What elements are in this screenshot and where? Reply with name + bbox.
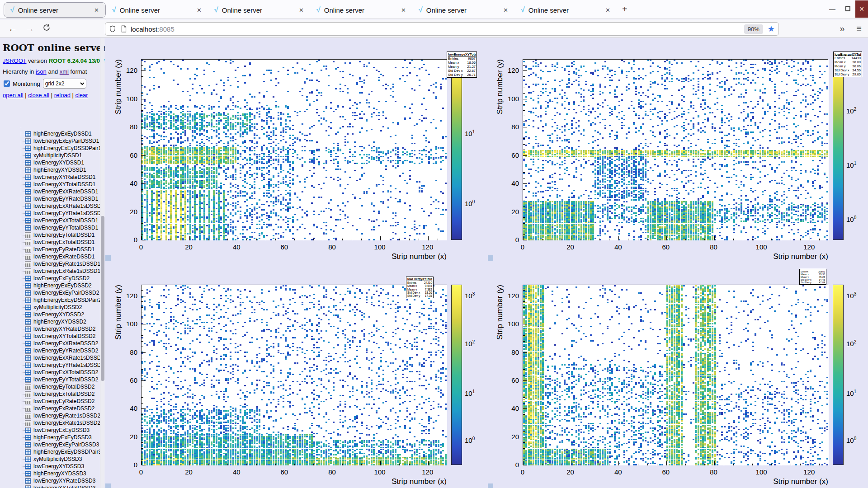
tree-item-lowEnergyEyRate1sDSSD2[interactable]: lowEnergyEyRate1sDSSD2 (21, 412, 100, 419)
browser-tab-5[interactable]: √Online server✕ (412, 2, 514, 18)
tab-close-icon[interactable]: ✕ (501, 6, 510, 14)
toolbar-overflow-icon[interactable]: » (840, 23, 844, 34)
tree-item-xyMultiplicityDSSD3[interactable]: xyMultiplicityDSSD3 (21, 455, 82, 463)
tree-item-lowEnergyEyRateDSSD1[interactable]: lowEnergyEyRateDSSD1 (21, 246, 94, 253)
tree-item-lowEnergyXYRateDSSD2[interactable]: lowEnergyXYRateDSSD2 (21, 325, 95, 333)
tree-item-lowEnergyEyYTotalDSSD2[interactable]: lowEnergyEyYTotalDSSD2 (21, 376, 98, 383)
tree-item-lowEnergyExRate1sDSSD1[interactable]: lowEnergyExRate1sDSSD1 (21, 267, 100, 275)
tree-item-lowEnergyXYDSSD1[interactable]: lowEnergyXYDSSD1 (21, 159, 84, 166)
window-minimize-button[interactable]: — (825, 5, 840, 13)
window-maximize-button[interactable] (840, 5, 855, 13)
tree-item-lowEnergyEyYRateDSSD2[interactable]: lowEnergyEyYRateDSSD2 (21, 347, 98, 354)
tree-item-lowEnergyExEyPairDSSD3[interactable]: lowEnergyExEyPairDSSD3 (21, 441, 99, 448)
sidebar-scrollbar[interactable] (100, 38, 104, 488)
tree-item-lowEnergyXYDSSD2[interactable]: lowEnergyXYDSSD2 (21, 311, 84, 318)
action-reload[interactable]: reload (54, 92, 71, 99)
tree-item-highEnergyExEyDSSD3[interactable]: highEnergyExEyDSSD3 (21, 434, 92, 441)
tree-item-lowEnergyExRate1sDSSD2[interactable]: lowEnergyExRate1sDSSD2 (21, 419, 100, 427)
window-close-button[interactable]: ✕ (855, 0, 868, 18)
palette-bar-4[interactable] (833, 285, 844, 465)
forward-button[interactable]: → (25, 23, 34, 34)
menu-hamburger-icon[interactable]: ≡ (856, 23, 862, 34)
stat-box-lowEnergyXYTotalDSSD3[interactable]: lowEnergyXYTotalDSSD3Entries24210Mean x9… (406, 277, 434, 298)
tree-item-highEnergyXYDSSD1[interactable]: highEnergyXYDSSD1 (21, 166, 86, 174)
tree-item-lowEnergyEyYTotalDSSD1[interactable]: lowEnergyEyYTotalDSSD1 (21, 224, 98, 231)
monitoring-checkbox[interactable] (4, 80, 10, 87)
tree-item-highEnergyExEyDSSDPair3[interactable]: highEnergyExEyDSSDPair3 (21, 448, 101, 455)
plot-frame-4[interactable] (523, 285, 828, 465)
plot-frame-2[interactable] (523, 59, 828, 240)
tree-item-lowEnergyXYTotalDSSD3[interactable]: lowEnergyXYTotalDSSD3 (21, 484, 95, 488)
page-info-icon[interactable] (121, 25, 127, 33)
tree-item-lowEnergyExXRateDSSD2[interactable]: lowEnergyExXRateDSSD2 (21, 340, 98, 347)
tab-close-icon[interactable]: ✕ (297, 6, 306, 14)
tree-item-lowEnergyExEyDSSD2[interactable]: lowEnergyExEyDSSD2 (21, 275, 90, 282)
tree-item-highEnergyXYDSSD2[interactable]: highEnergyXYDSSD2 (21, 318, 86, 325)
palette-bar-2[interactable] (833, 59, 844, 240)
tree-item-lowEnergyXYDSSD3[interactable]: lowEnergyXYDSSD3 (21, 463, 84, 470)
url-text[interactable]: localhost:8085 (131, 25, 744, 33)
shield-permissions-icon[interactable] (109, 25, 116, 33)
tree-item-lowEnergyXYRateDSSD3[interactable]: lowEnergyXYRateDSSD3 (21, 477, 95, 484)
heatmap-canvas-lowEnergyXYTotalDSSD2[interactable] (523, 60, 829, 240)
tree-item-lowEnergyEyYRate1sDSSD1[interactable]: lowEnergyEyYRate1sDSSD1 (21, 210, 104, 217)
tree-item-lowEnergyEyYRate1sDSSD2[interactable]: lowEnergyEyYRate1sDSSD2 (21, 361, 104, 369)
back-button[interactable]: ← (8, 23, 17, 34)
palette-bar-1[interactable] (451, 59, 462, 240)
tree-item-lowEnergyExTotalDSSD1[interactable]: lowEnergyExTotalDSSD1 (21, 239, 94, 246)
tree-item-lowEnergyExXTotalDSSD1[interactable]: lowEnergyExXTotalDSSD1 (21, 217, 98, 224)
plot-frame-3[interactable] (141, 285, 447, 465)
tree-item-lowEnergyEyTotalDSSD1[interactable]: lowEnergyEyTotalDSSD1 (21, 231, 94, 239)
tree-item-lowEnergyXYTotalDSSD1[interactable]: lowEnergyXYTotalDSSD1 (21, 181, 95, 188)
browser-tab-2[interactable]: √Online server✕ (106, 2, 208, 18)
plot-frame-1[interactable] (141, 59, 447, 240)
tree-item-lowEnergyExRateDSSD1[interactable]: lowEnergyExRateDSSD1 (21, 253, 94, 260)
pad-resize-handle-2[interactable] (488, 255, 493, 261)
reload-button[interactable] (42, 23, 51, 34)
tree-item-lowEnergyEyTotalDSSD2[interactable]: lowEnergyEyTotalDSSD2 (21, 383, 94, 390)
xml-link[interactable]: xml (60, 68, 69, 75)
tab-close-icon[interactable]: ✕ (195, 6, 203, 14)
tab-close-icon[interactable]: ✕ (92, 6, 101, 14)
action-close-all[interactable]: close all (28, 92, 49, 99)
tree-item-lowEnergyExEyPairDSSD1[interactable]: lowEnergyExEyPairDSSD1 (21, 137, 99, 145)
palette-bar-3[interactable] (451, 285, 462, 465)
tree-item-xyMultiplicityDSSD1[interactable]: xyMultiplicityDSSD1 (21, 152, 82, 159)
tree-item-lowEnergyXYRateDSSD1[interactable]: lowEnergyXYRateDSSD1 (21, 174, 95, 181)
new-tab-button[interactable]: + (617, 4, 633, 14)
zoom-level-badge[interactable]: 90% (744, 24, 763, 34)
tree-item-highEnergyExEyDSSD1[interactable]: highEnergyExEyDSSD1 (21, 130, 92, 137)
tree-item-lowEnergyEyRateDSSD2[interactable]: lowEnergyEyRateDSSD2 (21, 398, 94, 405)
browser-tab-4[interactable]: √Online server✕ (310, 2, 412, 18)
heatmap-canvas-lowEnergyXYTotalDSSD3[interactable] (142, 285, 447, 465)
tree-item-highEnergyExEyDSSDPair2[interactable]: highEnergyExEyDSSDPair2 (21, 296, 101, 304)
stat-box-lowEnergyXYTotalDSSD1[interactable]: lowEnergyXYTotalDSSD1Entries9867Mean x18… (447, 52, 477, 78)
tree-item-lowEnergyExXRate1sDSSD1[interactable]: lowEnergyExXRate1sDSSD1 (21, 202, 104, 210)
tab-close-icon[interactable]: ✕ (604, 6, 612, 14)
tree-item-lowEnergyEyYRateDSSD1[interactable]: lowEnergyEyYRateDSSD1 (21, 195, 98, 202)
tab-close-icon[interactable]: ✕ (399, 6, 408, 14)
tree-item-highEnergyExEyDSSD2[interactable]: highEnergyExEyDSSD2 (21, 282, 92, 289)
heatmap-canvas-lowEnergyXYTotalDSSD1[interactable] (142, 60, 447, 240)
scrollbar-thumb[interactable] (101, 216, 104, 381)
pad-resize-handle-4[interactable] (488, 483, 493, 488)
action-clear[interactable]: clear (75, 92, 88, 99)
tree-item-highEnergyExEyDSSDPair1[interactable]: highEnergyExEyDSSDPair1 (21, 145, 101, 152)
tree-item-lowEnergyXYTotalDSSD2[interactable]: lowEnergyXYTotalDSSD2 (21, 333, 95, 340)
tree-item-lowEnergyExTotalDSSD2[interactable]: lowEnergyExTotalDSSD2 (21, 390, 94, 398)
browser-tab-3[interactable]: √Online server✕ (208, 2, 310, 18)
tree-item-lowEnergyExXTotalDSSD2[interactable]: lowEnergyExXTotalDSSD2 (21, 369, 98, 376)
tree-item-lowEnergyEyRate1sDSSD1[interactable]: lowEnergyEyRate1sDSSD1 (21, 260, 100, 267)
pad-resize-handle-3[interactable] (105, 483, 111, 488)
tree-item-lowEnergyExEyDSSD3[interactable]: lowEnergyExEyDSSD3 (21, 427, 90, 434)
tree-item-lowEnergyExXRateDSSD1[interactable]: lowEnergyExXRateDSSD1 (21, 188, 98, 195)
bookmark-star-icon[interactable]: ★ (768, 24, 775, 34)
browser-tab-1[interactable]: √Online server✕ (4, 2, 106, 18)
url-bar[interactable]: localhost:8085 90% ★ (105, 22, 779, 36)
heatmap-canvas-lowEnergyXYTotalDSSD4[interactable] (523, 285, 829, 465)
tree-item-xyMultiplicityDSSD2[interactable]: xyMultiplicityDSSD2 (21, 304, 82, 311)
stat-box-lowEnergyXYTotalDSSD4[interactable]: lowEnergyXYTotalDSSD4Entries35801Mean x2… (799, 269, 826, 285)
tree-item-lowEnergyExRateDSSD2[interactable]: lowEnergyExRateDSSD2 (21, 405, 94, 412)
json-link[interactable]: json (36, 68, 47, 75)
browser-tab-6[interactable]: √Online server✕ (514, 2, 617, 18)
